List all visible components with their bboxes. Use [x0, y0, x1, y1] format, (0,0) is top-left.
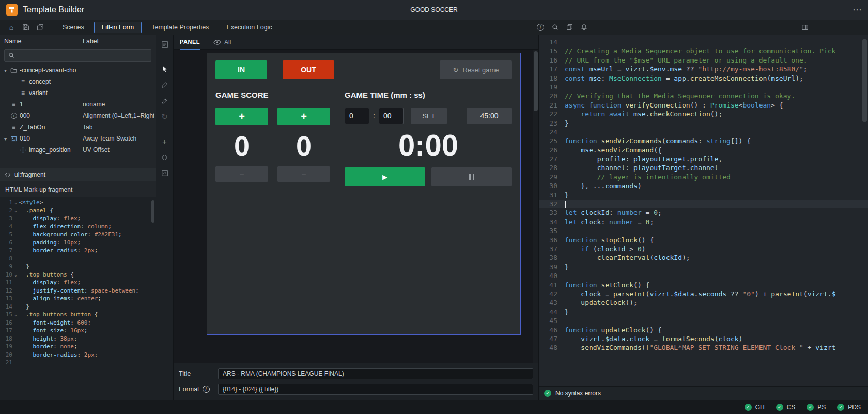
- expander-icon[interactable]: ▾: [2, 68, 9, 73]
- code-line-18[interactable]: 18 height: 38px;: [0, 335, 156, 343]
- code-line-16[interactable]: 16// URL from the "$mse" URL parameter o…: [539, 56, 868, 65]
- fold-icon[interactable]: ⌄: [12, 311, 19, 319]
- tree-row-Z-TabOn[interactable]: ≡Z_TabOnTab: [0, 121, 156, 133]
- in-button[interactable]: IN: [215, 60, 267, 79]
- tab-template-properties[interactable]: Template Properties: [144, 22, 216, 33]
- code-line-21[interactable]: 21async function verifyConnection() : Pr…: [539, 101, 868, 110]
- preset-4500-button[interactable]: 45:00: [467, 108, 512, 124]
- save-all-button[interactable]: [34, 21, 47, 34]
- media-library-button[interactable]: [563, 21, 576, 34]
- code-line-17[interactable]: 17 font-size: 16px;: [0, 327, 156, 335]
- code-line-26[interactable]: 26 mse.sendVizCommand({: [539, 146, 868, 155]
- bell-button[interactable]: [578, 21, 590, 34]
- code-line-35[interactable]: 35: [539, 226, 868, 235]
- code-line-13[interactable]: 13 align-items: center;: [0, 295, 156, 303]
- code-line-38[interactable]: 38 clearInterval(clockId);: [539, 253, 868, 262]
- tree-row--concept-variant-cho[interactable]: ▾-concept-variant-cho: [0, 65, 156, 76]
- add-tool[interactable]: +: [158, 134, 172, 148]
- tree-row-variant[interactable]: ≡variant: [0, 87, 156, 99]
- code-line-31[interactable]: 31}: [539, 191, 868, 200]
- code-line-37[interactable]: 37 if (clockId > 0): [539, 244, 868, 253]
- code-line-23[interactable]: 23}: [539, 119, 868, 128]
- code-line-34[interactable]: 34let clock: number = 0;: [539, 218, 868, 226]
- tab-execution-logic[interactable]: Execution Logic: [219, 22, 280, 33]
- save-button[interactable]: [20, 21, 32, 34]
- code-line-40[interactable]: 40: [539, 271, 868, 280]
- code-line-15[interactable]: 15⌄ .top-buttons button {: [0, 311, 156, 319]
- code-line-5[interactable]: 5 background-color: #2A2E31;: [0, 231, 156, 239]
- code-line-47[interactable]: 47 vizrt.$data.clock = formatSeconds(clo…: [539, 334, 868, 343]
- code-line-20[interactable]: 20 border-radius: 2px;: [0, 351, 156, 359]
- code-line-9[interactable]: 9 }: [0, 263, 156, 271]
- fragment-section-header[interactable]: ui:fragment: [0, 168, 156, 181]
- search-button[interactable]: [549, 21, 561, 34]
- code-line-44[interactable]: 44}: [539, 308, 868, 316]
- html-fragment-editor[interactable]: 1⌄<style>2⌄ .panel {3 display: flex;4 fl…: [0, 197, 156, 400]
- code-line-3[interactable]: 3 display: flex;: [0, 214, 156, 223]
- code-line-20[interactable]: 20// Verifying that the Media Sequencer …: [539, 91, 868, 100]
- ellipsis-icon[interactable]: ⋯: [853, 5, 862, 14]
- panel-toggle-button[interactable]: [799, 21, 811, 34]
- fold-icon[interactable]: ⌄: [12, 271, 19, 279]
- form-canvas[interactable]: IN OUT ↻ Reset game GAME SCORE +: [174, 50, 538, 363]
- tree-row-000[interactable]: i000Alignment (0=Left,1=Right: [0, 110, 156, 121]
- reset-game-button[interactable]: ↻ Reset game: [440, 60, 512, 79]
- code-line-1[interactable]: 1⌄<style>: [0, 198, 156, 207]
- code-line-24[interactable]: 24: [539, 128, 868, 136]
- canvas-scrollbar-thumb[interactable]: [534, 51, 538, 111]
- fragment-editor-scrollbar[interactable]: [151, 200, 154, 223]
- code-line-4[interactable]: 4 flex-direction: column;: [0, 223, 156, 231]
- code-line-12[interactable]: 12 justify-content: space-between;: [0, 287, 156, 295]
- code-line-30[interactable]: 30 }, ...commands): [539, 181, 868, 190]
- code-line-32[interactable]: 32: [539, 200, 868, 208]
- code-line-27[interactable]: 27 profile: playoutTarget.profile,: [539, 155, 868, 163]
- script-editor[interactable]: 1415// Creating a Media Sequencer object…: [539, 35, 868, 386]
- minutes-input[interactable]: [345, 108, 369, 124]
- edit-tool[interactable]: [158, 78, 172, 91]
- code-line-7[interactable]: 7 border-radius: 2px;: [0, 247, 156, 255]
- tree-row-1[interactable]: ≡1noname: [0, 99, 156, 110]
- code-line-41[interactable]: 41function setClock() {: [539, 281, 868, 289]
- code-line-14[interactable]: 14: [539, 38, 868, 47]
- info-button[interactable]: i: [534, 21, 547, 34]
- code-line-17[interactable]: 17const mseUrl = vizrt.$env.mse ?? "http…: [539, 65, 868, 73]
- fill-in-form-panel[interactable]: IN OUT ↻ Reset game GAME SCORE +: [207, 53, 521, 335]
- code-line-46[interactable]: 46function updateClock() {: [539, 326, 868, 334]
- tab-scenes[interactable]: Scenes: [55, 22, 92, 33]
- code-line-15[interactable]: 15// Creating a Media Sequencer object t…: [539, 47, 868, 55]
- code-line-6[interactable]: 6 padding: 10px;: [0, 239, 156, 247]
- code-line-8[interactable]: 8: [0, 255, 156, 263]
- script-tool[interactable]: [158, 166, 172, 180]
- tree-search-input[interactable]: [18, 52, 147, 59]
- fragment-tool[interactable]: [158, 150, 172, 164]
- code-line-25[interactable]: 25function sendVizCommands(commands: str…: [539, 136, 868, 145]
- seconds-input[interactable]: [379, 108, 404, 124]
- code-line-29[interactable]: 29 // layer is intentionally omitted: [539, 173, 868, 181]
- play-button[interactable]: ▶: [345, 167, 425, 186]
- app-logo[interactable]: [6, 4, 18, 16]
- away-score-minus-button[interactable]: −: [277, 166, 330, 182]
- fold-icon[interactable]: ⌄: [12, 207, 19, 215]
- code-line-22[interactable]: 22 return await mse.checkConnection();: [539, 110, 868, 118]
- away-score-plus-button[interactable]: +: [277, 108, 330, 125]
- code-line-18[interactable]: 18const mse: MseConnection = app.createM…: [539, 74, 868, 83]
- code-line-33[interactable]: 33let clockId: number = 0;: [539, 208, 868, 217]
- code-line-42[interactable]: 42 clock = parseInt(vizrt.$data.seconds …: [539, 289, 868, 298]
- code-line-11[interactable]: 11 display: flex;: [0, 279, 156, 287]
- tab-panel[interactable]: PANEL: [180, 35, 200, 50]
- code-line-19[interactable]: 19: [539, 83, 868, 91]
- code-line-28[interactable]: 28 channel: playoutTarget.channel: [539, 163, 868, 172]
- code-line-14[interactable]: 14 }: [0, 303, 156, 311]
- fold-icon[interactable]: ⌄: [12, 198, 19, 207]
- script-editor-scrollbar[interactable]: [862, 39, 867, 122]
- code-line-10[interactable]: 10⌄ .top-buttons {: [0, 271, 156, 279]
- tree-row-010[interactable]: ▾010Away Team Swatch: [0, 133, 156, 144]
- code-line-48[interactable]: 48 sendVizCommands(["GLOBAL*MAP SET_STRI…: [539, 343, 868, 352]
- tree-row-concept[interactable]: ≡concept: [0, 76, 156, 87]
- refresh-tool[interactable]: ↻: [158, 110, 172, 124]
- expander-icon[interactable]: ▾: [2, 136, 9, 142]
- code-line-21[interactable]: 21: [0, 359, 156, 367]
- form-panel-tool[interactable]: [158, 38, 172, 51]
- code-line-16[interactable]: 16 font-weight: 600;: [0, 319, 156, 327]
- tree-search-box[interactable]: [4, 49, 151, 62]
